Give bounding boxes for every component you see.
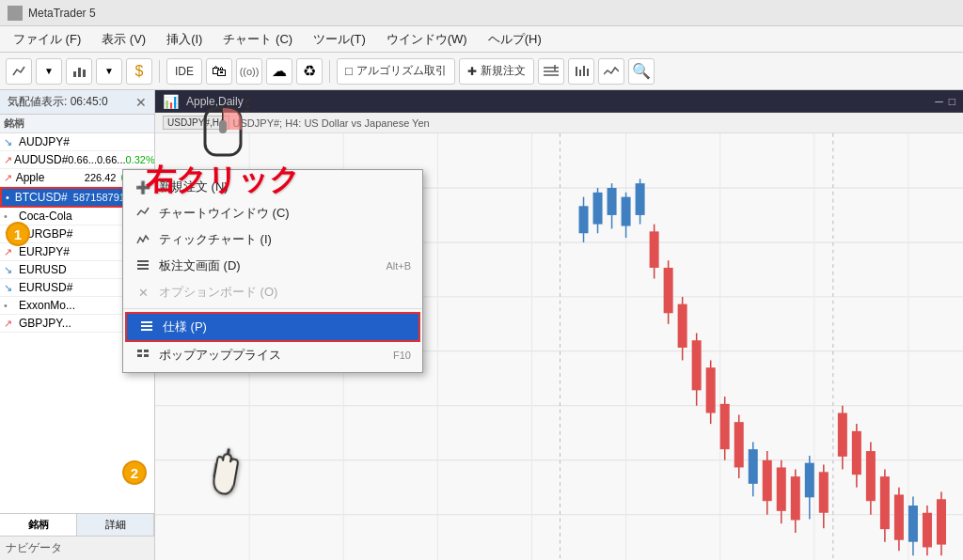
svg-rect-72 — [880, 476, 890, 529]
svg-rect-58 — [777, 467, 786, 510]
list-item[interactable]: ↘ AUDJPY# — [0, 133, 154, 151]
svg-rect-2 — [83, 70, 86, 77]
toolbar: ▼ ▼ $ IDE 🛍 ((o)) ☁ ♻ □ アルゴリズム取引 ✚ 新規注文 … — [0, 53, 963, 90]
ctx-order-board[interactable]: 板注文画面 (D) Alt+B — [123, 253, 422, 279]
ctx-popup-price[interactable]: ポップアッププライス F10 — [123, 342, 422, 368]
toolbar-radio[interactable]: ((o)) — [236, 58, 262, 85]
svg-rect-74 — [894, 494, 904, 539]
toolbar-new-order-label: 新規注文 — [481, 63, 526, 79]
symbol-price2: 0.66... — [97, 154, 126, 165]
toolbar-new-order[interactable]: ✚ 新規注文 — [459, 58, 534, 85]
popup-price-icon — [134, 349, 151, 363]
ctx-sep — [123, 308, 422, 309]
panel-header-title: 気配値表示: 06:45:0 — [8, 94, 108, 110]
toolbar-cloud[interactable]: ☁ — [266, 58, 292, 85]
list-item[interactable]: ↗ AUDUSD# 0.66... 0.66... 0.32% — [0, 151, 154, 169]
menu-insert[interactable]: 挿入(I) — [157, 27, 212, 52]
symbol-name: BTCUSD# — [15, 191, 68, 204]
symbol-price: 0.66... — [68, 154, 97, 165]
svg-rect-48 — [706, 367, 716, 412]
chart-maximize[interactable]: □ — [949, 95, 955, 108]
toolbar-recycle[interactable]: ♻ — [296, 58, 323, 85]
chart-window-icon — [134, 206, 151, 222]
svg-rect-32 — [593, 193, 603, 225]
menu-chart[interactable]: チャート (C) — [213, 27, 302, 52]
right-click-annotation: 右クリック — [146, 94, 300, 201]
svg-rect-30 — [579, 206, 589, 233]
toolbar-dollar[interactable]: $ — [126, 58, 152, 85]
tick-chart-icon — [134, 232, 151, 248]
option-board-icon: ✕ — [134, 286, 151, 300]
annotation-circle-2: 2 — [122, 460, 150, 485]
toolbar-algo-label: アルゴリズム取引 — [356, 63, 447, 79]
svg-rect-78 — [923, 513, 932, 548]
symbol-price2: 226.42 — [84, 172, 116, 183]
toolbar-wave[interactable] — [598, 58, 624, 85]
svg-rect-9 — [583, 66, 585, 76]
col-symbol: 銘柄 — [4, 117, 150, 131]
toolbar-chart-icon[interactable] — [66, 58, 92, 85]
order-board-icon — [134, 258, 151, 274]
toolbar-bag[interactable]: 🛍 — [206, 58, 232, 85]
symbol-name: AUDJPY# — [19, 135, 150, 148]
svg-rect-86 — [141, 329, 152, 331]
direction-icon: ↘ — [4, 136, 17, 148]
chart-minimize[interactable]: ─ — [935, 95, 943, 108]
svg-rect-68 — [852, 431, 861, 474]
ctx-spec-label: 仕様 (P) — [163, 319, 407, 335]
svg-rect-90 — [144, 354, 149, 357]
svg-rect-64 — [819, 472, 829, 512]
ctx-option-board-label: オプションボード (O) — [159, 284, 411, 301]
svg-rect-40 — [650, 231, 659, 268]
watchlist-header: 銘柄 — [0, 115, 154, 133]
svg-rect-8 — [579, 70, 581, 76]
ctx-chart-window[interactable]: チャートウインドウ (C) — [123, 200, 422, 226]
menu-tools[interactable]: ツール(T) — [304, 27, 375, 52]
toolbar-algo[interactable]: □ アルゴリズム取引 — [337, 58, 455, 85]
menu-view[interactable]: 表示 (V) — [92, 27, 155, 52]
toolbar-dropdown1[interactable]: ▼ — [36, 58, 62, 85]
symbol-price2: 5879 — [96, 192, 118, 203]
svg-rect-46 — [692, 340, 702, 390]
menu-help[interactable]: ヘルプ(H) — [479, 27, 551, 52]
svg-rect-87 — [137, 350, 142, 352]
toolbar-levels[interactable] — [538, 58, 564, 85]
svg-rect-83 — [137, 268, 149, 270]
toolbar-chart-type[interactable] — [6, 58, 32, 85]
title-bar-title: MetaTrader 5 — [28, 7, 96, 20]
direction-icon: ↘ — [4, 282, 17, 294]
svg-rect-1 — [78, 68, 81, 77]
svg-rect-76 — [908, 506, 918, 542]
tab-symbol[interactable]: 銘柄 — [0, 514, 77, 536]
direction-icon: ↗ — [4, 318, 17, 330]
svg-rect-0 — [73, 71, 76, 77]
menu-file[interactable]: ファイル (F) — [4, 27, 90, 52]
symbol-name: Apple — [16, 171, 45, 184]
menu-bar: ファイル (F) 表示 (V) 挿入(I) チャート (C) ツール(T) ウイ… — [0, 26, 963, 53]
direction-icon: ↗ — [4, 154, 12, 166]
ctx-option-board[interactable]: ✕ オプションボード (O) — [123, 279, 422, 305]
svg-rect-81 — [137, 260, 149, 262]
toolbar-sep2 — [329, 60, 330, 83]
toolbar-zoom[interactable]: 🔍 — [628, 58, 655, 85]
tab-detail[interactable]: 詳細 — [77, 514, 154, 536]
svg-rect-34 — [608, 188, 617, 215]
toolbar-ide[interactable]: IDE — [166, 58, 202, 85]
svg-rect-85 — [141, 325, 152, 327]
menu-window[interactable]: ウインドウ(W) — [377, 27, 477, 52]
dot-icon: • — [4, 300, 17, 311]
ctx-spec[interactable]: 仕様 (P) — [125, 312, 420, 342]
svg-rect-89 — [144, 350, 149, 352]
toolbar-dropdown2[interactable]: ▼ — [96, 58, 122, 85]
svg-rect-42 — [664, 268, 673, 313]
toolbar-bars[interactable] — [568, 58, 594, 85]
hand-svg — [201, 442, 258, 506]
svg-rect-80 — [937, 499, 946, 544]
panel-tabs: 銘柄 詳細 — [0, 513, 154, 536]
svg-rect-93 — [219, 120, 227, 133]
ctx-tick-chart[interactable]: ティックチャート (I) — [123, 226, 422, 253]
right-click-text: 右クリック — [146, 160, 300, 201]
circle-2: 2 — [122, 460, 147, 485]
svg-rect-54 — [749, 449, 758, 484]
toolbar-sep1 — [159, 60, 160, 83]
